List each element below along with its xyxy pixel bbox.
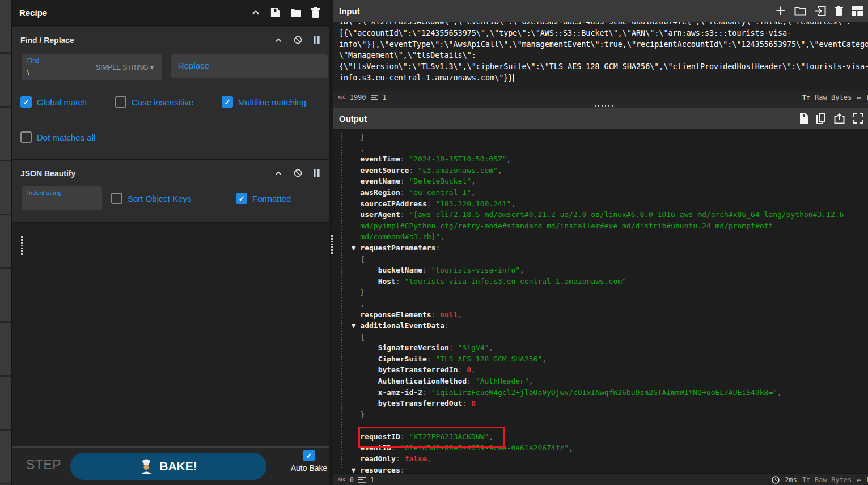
output-code-line: eventID: "02efd5d2-88e5-4659-9cae-0a61a2… <box>342 443 844 454</box>
case-insensitive-checkbox[interactable]: ✓ Case insensitive <box>115 96 193 108</box>
input-header: Input <box>333 0 868 22</box>
output-code-line: SignatureVersion: "SigV4", <box>342 342 844 354</box>
reset-layout-icon[interactable] <box>852 6 863 16</box>
add-tab-icon[interactable] <box>776 6 786 16</box>
save-output-icon[interactable] <box>800 113 808 124</box>
clock-icon <box>772 476 780 484</box>
output-view[interactable]: } , eventTime: "2024-10-15T10:50:05Z", e… <box>333 129 868 473</box>
breakpoint-icon[interactable] <box>314 169 320 177</box>
output-encoding[interactable]: Raw Bytes <box>815 476 852 484</box>
operation-title: Find / Replace <box>20 36 274 45</box>
input-text-line: {\"tlsVersion\":\"TLSv1.3\",\"cipherSuit… <box>339 61 868 73</box>
checkbox-label: Multiline matching <box>238 97 306 107</box>
recipe-controls: STEP BAKE! ✓ Auto Bake <box>12 446 329 485</box>
char-count-icon: ABC <box>338 478 345 482</box>
output-code-line: eventTime: "2024-10-15T10:50:05Z", <box>342 154 844 165</box>
collapse-icon[interactable] <box>274 169 282 177</box>
output-code-line: ▼ additionalEventData: <box>342 320 844 331</box>
input-text-line: info\"}],\"eventType\":\"AwsApiCall\",\"… <box>339 39 868 50</box>
recipe-io-splitter[interactable] <box>331 235 333 254</box>
clear-recipe-icon[interactable] <box>311 7 320 18</box>
output-code-line: eventName: "DeleteBucket", <box>342 176 844 187</box>
replace-placeholder: Replace <box>178 61 209 70</box>
checkbox-box: ✓ <box>115 96 126 108</box>
operation-title: JSON Beautify <box>20 169 274 178</box>
formatted-checkbox[interactable]: ✓ Formatted <box>236 193 291 204</box>
output-code-line: ▼ resources: <box>342 465 844 473</box>
output-code-line: CipherSuite: "TLS_AES_128_GCM_SHA256", <box>342 354 844 365</box>
output-code-line: userAgent: "[aws-cli/2.18.5 md/awscrt#0.… <box>342 209 844 220</box>
output-code-line: responseElements: null, <box>342 309 844 321</box>
breakpoint-icon[interactable] <box>314 36 320 44</box>
line-ending-icon: ⇐ <box>857 475 861 484</box>
output-code-line: { <box>342 254 844 265</box>
output-line-count: 1 <box>370 476 374 484</box>
checkbox-box: ✓ <box>20 96 32 108</box>
input-text-line: ID\":\"XT27FP62J3ACKDNW\",\"eventID\":\"… <box>339 22 868 28</box>
disable-icon[interactable] <box>293 168 303 178</box>
checkbox-box: ✓ <box>20 131 32 143</box>
check-icon: ✓ <box>23 99 29 106</box>
cyberchef-app: Recipe Find / Replace <box>0 0 868 485</box>
input-title: Input <box>339 6 776 16</box>
splitter-grip[interactable] <box>595 105 613 107</box>
load-recipe-icon[interactable] <box>290 8 302 18</box>
operation-find-replace[interactable]: Find / Replace Find \ SIMPLE <box>12 27 329 160</box>
copy-output-icon[interactable] <box>816 113 825 124</box>
output-code-line: bytesTransferredOut: 0 <box>342 398 844 409</box>
disable-icon[interactable] <box>293 35 303 45</box>
line-count-icon <box>358 477 366 483</box>
output-code-line: , <box>342 298 844 309</box>
replace-field[interactable]: Replace <box>171 54 328 78</box>
output-code-line: Host: "tourists-visa-info.s3.eu-central-… <box>342 276 844 287</box>
output-code-line: AuthenticationMethod: "AuthHeader", <box>342 376 844 387</box>
input-text-line: [{\"accountId\":\"124355653975\",\"type\… <box>339 28 868 39</box>
output-code-line: { <box>342 331 844 343</box>
replace-input-icon[interactable] <box>834 113 845 124</box>
check-icon: ✓ <box>306 452 312 460</box>
character-encoding-icon: TT <box>802 476 810 483</box>
bake-button-label: BAKE! <box>159 460 197 473</box>
chef-icon <box>139 459 153 474</box>
input-char-count: 1990 <box>350 93 366 101</box>
operation-json-beautify[interactable]: JSON Beautify Indent string <box>12 160 329 223</box>
find-field[interactable]: Find \ SIMPLE STRING ▾ <box>22 54 162 80</box>
maximise-output-icon[interactable] <box>853 113 863 124</box>
input-output-splitter[interactable] <box>333 103 868 108</box>
input-status-bar: ABC 1990 1 TT Raw Bytes ⇐ LF <box>333 91 868 104</box>
check-icon: ✓ <box>239 195 245 202</box>
sort-object-keys-checkbox[interactable]: ✓ Sort Object Keys <box>111 193 192 204</box>
collapse-icon[interactable] <box>251 8 260 17</box>
multiline-matching-checkbox[interactable]: ✓ Multiline matching <box>222 96 306 108</box>
checkbox-box: ✓ <box>236 193 247 204</box>
output-code-line: bucketName: "tourists-visa-info", <box>342 265 844 276</box>
output-status-bar: ABC 0 1 2ms TT Raw Bytes ⇐ LF <box>333 473 868 485</box>
output-code-line: eventSource: "s3.amazonaws.com", <box>342 165 844 176</box>
save-recipe-icon[interactable] <box>270 7 281 18</box>
output-code-line: } <box>342 409 844 420</box>
auto-bake-checkbox[interactable]: ✓ Auto Bake <box>278 450 340 473</box>
output-code-line: ▼ requestParameters: <box>342 242 844 254</box>
chevron-down-icon: ▾ <box>150 63 154 71</box>
bake-button[interactable]: BAKE! <box>70 453 266 480</box>
input-encoding[interactable]: Raw Bytes <box>815 93 852 101</box>
checkbox-label: Formatted <box>252 194 291 203</box>
collapse-icon[interactable] <box>274 36 282 44</box>
step-button[interactable]: STEP <box>23 457 65 473</box>
check-icon: ✓ <box>225 99 231 106</box>
checkbox-label: Sort Object Keys <box>128 194 192 203</box>
operations-recipe-splitter[interactable] <box>21 236 23 256</box>
find-type-value: SIMPLE STRING <box>96 63 149 71</box>
operation-header: Find / Replace <box>12 27 329 45</box>
checkbox-label: Case insensitive <box>132 97 193 107</box>
clear-io-icon[interactable] <box>835 6 843 16</box>
output-code-line: , <box>342 143 844 154</box>
open-folder-icon[interactable] <box>794 6 806 16</box>
open-file-icon[interactable] <box>815 6 826 16</box>
input-textarea[interactable]: ID\":\"XT27FP62J3ACKDNW\",\"eventID\":\"… <box>333 22 868 91</box>
global-match-checkbox[interactable]: ✓ Global match <box>20 96 87 108</box>
dot-matches-all-checkbox[interactable]: ✓ Dot matches all <box>20 131 95 143</box>
input-text-lines: ID\":\"XT27FP62J3ACKDNW\",\"eventID\":\"… <box>339 22 868 84</box>
find-type-dropdown[interactable]: SIMPLE STRING ▾ <box>92 63 157 72</box>
indent-string-field[interactable]: Indent string <box>22 186 102 210</box>
